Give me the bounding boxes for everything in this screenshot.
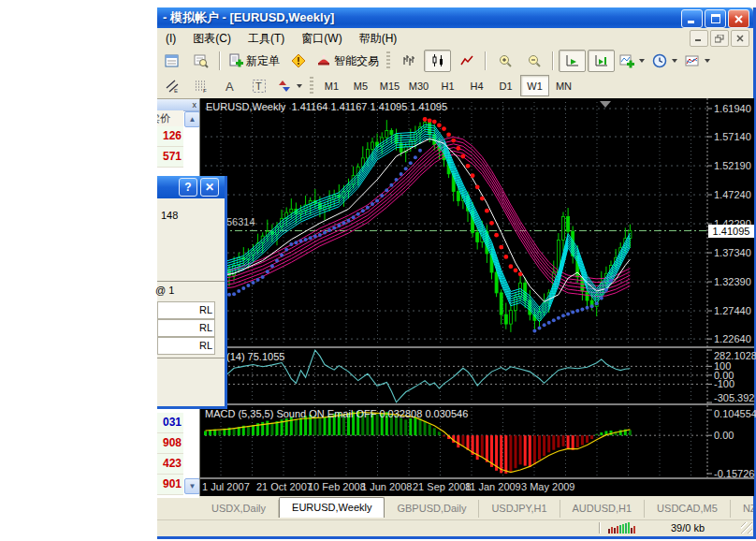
- scroll-down-button[interactable]: ▼: [184, 478, 200, 494]
- dialog-table-cell[interactable]: RL: [157, 301, 215, 319]
- mt4-window: - 模拟帐户 - [EURUSD,Weekly] (I)图表(C)工具(T)窗口…: [157, 7, 756, 539]
- auto-scroll-icon: [565, 53, 580, 68]
- market-watch-value[interactable]: 031: [157, 413, 183, 433]
- timeframe-button-m15[interactable]: M15: [375, 75, 404, 96]
- time-axis-tick: 21 Oct 2007: [256, 481, 313, 492]
- timeframe-button-m1[interactable]: M1: [317, 75, 346, 96]
- line-studies-toolbar: E F A T M1M5M15M30H1H4D1W1MN: [157, 73, 753, 99]
- current-price-tag: 1.41095: [708, 225, 754, 238]
- menu-item[interactable]: (I): [157, 29, 184, 49]
- indicator1-axis-tick: -100: [714, 378, 734, 389]
- svg-text:T: T: [255, 80, 262, 92]
- maximize-icon: [711, 14, 720, 23]
- time-axis-tick: 21 Sep 2008: [413, 481, 471, 492]
- dialog-help-button[interactable]: ?: [179, 178, 197, 197]
- menu-item[interactable]: 工具(T): [240, 29, 293, 49]
- zoom-in-button[interactable]: [491, 50, 518, 72]
- child-close-button[interactable]: [731, 30, 749, 47]
- market-watch-header-ask[interactable]: 卖价: [157, 110, 183, 127]
- text-tool-icon: A: [223, 79, 238, 94]
- market-watch-value[interactable]: 423: [157, 454, 183, 475]
- timeframe-button-h1[interactable]: H1: [433, 75, 462, 96]
- fibonacci-button[interactable]: F: [187, 75, 214, 97]
- new-order-label: 新定单: [246, 53, 280, 69]
- market-watch-value[interactable]: 908: [157, 433, 183, 454]
- market-watch-value[interactable]: 571: [157, 147, 183, 168]
- dialog-body: 148 @ 1 RL RL RL: [157, 198, 225, 406]
- chart-shift-icon: [594, 53, 609, 68]
- timeframe-button-m30[interactable]: M30: [404, 75, 433, 96]
- expert-advisors-button[interactable]: 智能交易: [313, 50, 382, 72]
- dialog-table-cell[interactable]: RL: [157, 319, 215, 337]
- chart-tab[interactable]: USDCAD,M5: [645, 500, 731, 518]
- fibonacci-icon: F: [194, 79, 209, 94]
- child-minimize-button[interactable]: [690, 30, 708, 47]
- metaeditor-button[interactable]: [284, 50, 312, 72]
- scroll-up-button[interactable]: ▲: [184, 111, 200, 127]
- svg-text:A: A: [225, 80, 234, 94]
- zoom-out-button[interactable]: [520, 50, 547, 72]
- arrows-dropdown-caret[interactable]: [297, 84, 302, 88]
- dialog-title-bar[interactable]: ? ✕: [157, 176, 225, 198]
- svg-text:F: F: [203, 88, 207, 94]
- main-chart-svg[interactable]: [200, 98, 754, 496]
- menu-item[interactable]: 窗口(W): [293, 29, 350, 49]
- chart-tab[interactable]: GBPUSD,Daily: [385, 500, 479, 518]
- chart-tab[interactable]: EURUSD,Weekly: [279, 497, 385, 518]
- market-watch-value[interactable]: 901: [157, 475, 183, 495]
- auto-scroll-button[interactable]: [559, 50, 586, 72]
- close-button[interactable]: [728, 9, 749, 28]
- templates-button[interactable]: [682, 50, 713, 72]
- chart-tab[interactable]: AUDUSD,H1: [560, 500, 646, 518]
- timeframe-button-h4[interactable]: H4: [462, 75, 491, 96]
- periods-dropdown-caret[interactable]: [672, 59, 677, 63]
- indicators-dropdown-caret[interactable]: [639, 59, 645, 63]
- chart-tab[interactable]: NZDUSD,: [731, 500, 753, 518]
- data-window-icon: [194, 53, 209, 68]
- menu-item[interactable]: 图表(C): [184, 29, 240, 49]
- equidistant-channel-button[interactable]: E: [158, 75, 185, 97]
- timeframe-group: M1M5M15M30H1H4D1W1MN: [317, 75, 578, 96]
- timeframe-button-d1[interactable]: D1: [491, 75, 520, 96]
- new-order-button[interactable]: 新定单: [225, 50, 283, 72]
- metaeditor-diamond-icon: [291, 53, 306, 68]
- chart-tab[interactable]: USDX,Daily: [199, 500, 279, 518]
- minimize-button[interactable]: [681, 9, 703, 28]
- data-window-button[interactable]: [187, 50, 214, 72]
- dialog-text-fragment: 148: [161, 210, 178, 221]
- bar-chart-button[interactable]: [395, 50, 422, 72]
- chart-window[interactable]: EURUSD,Weekly 1.41164 1.41167 1.41095 1.…: [199, 98, 753, 496]
- resize-grip[interactable]: [741, 522, 752, 534]
- title-bar[interactable]: - 模拟帐户 - [EURUSD,Weekly]: [157, 7, 753, 28]
- chart-shift-button[interactable]: [588, 50, 615, 72]
- dialog-table-cell[interactable]: RL: [157, 337, 215, 355]
- market-watch-rows: 126571: [157, 126, 183, 168]
- menu-bar: (I)图表(C)工具(T)窗口(W)帮助(H): [157, 28, 753, 50]
- chart-tab[interactable]: USDJPY,H1: [479, 500, 560, 518]
- zoom-in-icon: [498, 53, 513, 68]
- close-icon: [734, 15, 743, 23]
- timeframe-button-mn[interactable]: MN: [549, 75, 578, 96]
- price-axis-tick: 1.52190: [714, 160, 751, 171]
- indicators-button[interactable]: [617, 50, 647, 72]
- child-restore-button[interactable]: [710, 30, 729, 47]
- candlestick-chart-button[interactable]: [424, 50, 451, 72]
- timeframe-button-w1[interactable]: W1: [520, 75, 549, 96]
- timeframe-button-m5[interactable]: M5: [346, 75, 375, 96]
- line-chart-button[interactable]: [453, 50, 480, 72]
- line-chart-icon: [459, 53, 474, 68]
- text-tool-button[interactable]: A: [216, 75, 243, 97]
- market-watch-button[interactable]: [158, 50, 185, 72]
- menu-item[interactable]: 帮助(H): [351, 29, 406, 49]
- templates-dropdown-caret[interactable]: [705, 59, 710, 63]
- text-label-button[interactable]: T: [245, 75, 272, 97]
- chart-symbol-ohlc-label: EURUSD,Weekly 1.41164 1.41167 1.41095 1.…: [206, 101, 447, 112]
- arrows-tool-button[interactable]: [274, 75, 305, 97]
- maximize-button[interactable]: [705, 9, 726, 28]
- market-watch-value[interactable]: 126: [157, 126, 183, 147]
- periods-button[interactable]: [649, 50, 680, 72]
- market-watch-close-icon[interactable]: x: [193, 100, 197, 110]
- chart-shift-marker-icon[interactable]: [600, 101, 611, 108]
- time-axis-tick: 1 Jun 2008: [361, 481, 412, 492]
- dialog-close-button[interactable]: ✕: [200, 178, 219, 197]
